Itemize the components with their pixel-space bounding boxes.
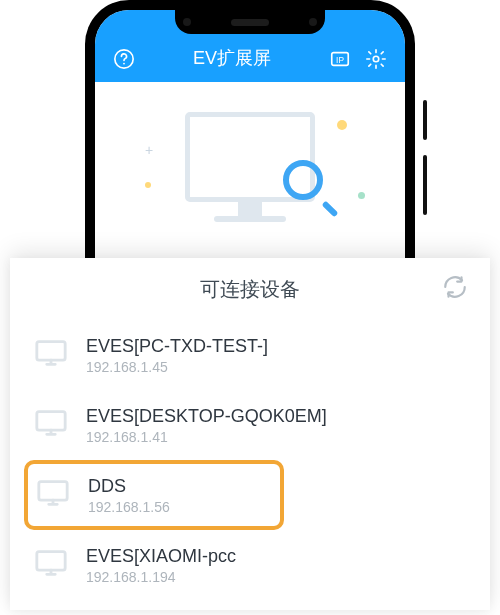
svg-rect-6 (37, 412, 65, 430)
phone-side-button (423, 100, 427, 140)
device-ip: 192.168.1.45 (86, 359, 466, 375)
device-name: DDS (88, 475, 272, 498)
gear-icon[interactable] (365, 48, 387, 70)
device-ip: 192.168.1.194 (86, 569, 466, 585)
svg-point-1 (123, 63, 125, 65)
svg-rect-5 (37, 342, 65, 360)
device-row[interactable]: EVES[PC-TXD-TEST-] 192.168.1.45 (10, 320, 490, 390)
monitor-icon (34, 548, 68, 582)
monitor-icon (185, 112, 315, 222)
monitor-icon (34, 408, 68, 442)
svg-rect-8 (37, 552, 65, 570)
help-icon[interactable] (113, 48, 135, 70)
sheet-title: 可连接设备 (200, 276, 300, 303)
device-row[interactable]: EVES[XIAOMI-pcc 192.168.1.194 (10, 530, 490, 600)
device-ip: 192.168.1.56 (88, 499, 272, 515)
monitor-icon (34, 338, 68, 372)
device-row[interactable]: EVES[DESKTOP-GQOK0EM] 192.168.1.41 (10, 390, 490, 460)
phone-frame: EV扩展屏 IP (85, 0, 415, 260)
device-ip: 192.168.1.41 (86, 429, 466, 445)
device-name: EVES[DESKTOP-GQOK0EM] (86, 405, 466, 428)
ip-icon[interactable]: IP (329, 48, 351, 70)
device-name: EVES[PC-TXD-TEST-] (86, 335, 466, 358)
monitor-icon (36, 478, 70, 512)
refresh-icon[interactable] (442, 274, 468, 304)
magnifier-icon (283, 160, 337, 214)
illustration: + (95, 82, 405, 252)
device-name: EVES[XIAOMI-pcc (86, 545, 466, 568)
svg-text:IP: IP (336, 56, 344, 65)
page-title: EV扩展屏 (193, 46, 271, 70)
device-row[interactable]: DDS 192.168.1.56 (24, 460, 284, 530)
phone-notch (175, 10, 325, 34)
svg-point-4 (373, 56, 379, 62)
device-sheet: 可连接设备 EVES[PC-TXD-TEST-] 192.168.1.45 (10, 258, 490, 610)
phone-side-button (423, 155, 427, 215)
svg-rect-7 (39, 482, 67, 500)
